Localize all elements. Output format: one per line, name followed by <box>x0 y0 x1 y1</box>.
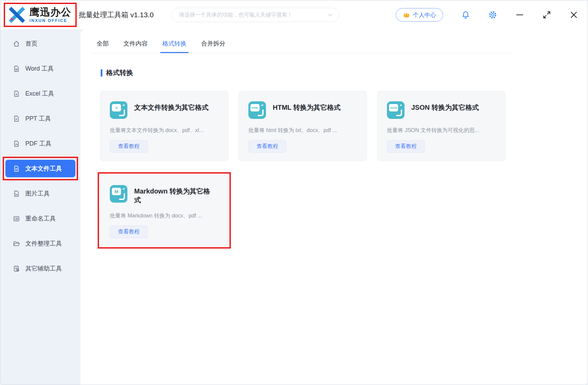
svg-text:X: X <box>16 93 18 96</box>
tab[interactable]: 合并拆分 <box>201 40 225 53</box>
sidebar-item-icon <box>13 265 20 272</box>
main-panel: 全部 文件内容 格式转换 合并拆分 格式转换 <box>80 29 588 385</box>
card-description: 批量将文本文件转换为 docx、pdf、xl... <box>110 127 219 134</box>
minimize-button[interactable] <box>515 10 524 19</box>
sidebar-item-icon: X <box>13 90 20 97</box>
tab[interactable]: 文件内容 <box>123 40 148 53</box>
tool-card-wrap: M Markdown 转换为其它格式 批量将 Markdown 转换为 docx <box>100 175 228 247</box>
view-tutorial-button[interactable]: 查看教程 <box>387 140 425 153</box>
card-header: M Markdown 转换为其它格式 <box>110 185 219 204</box>
search-box[interactable] <box>171 8 339 22</box>
tab[interactable]: 全部 <box>97 40 109 53</box>
sidebar-item-label: PPT 工具 <box>25 114 51 123</box>
sidebar-item[interactable]: 其它辅助工具 <box>5 260 75 277</box>
close-icon <box>569 10 578 19</box>
convert-arrow-icon <box>261 104 264 107</box>
sidebar-item-icon: W <box>13 65 20 72</box>
settings-button[interactable] <box>488 10 497 19</box>
maximize-icon <box>542 10 551 19</box>
minimize-icon <box>515 10 524 19</box>
user-center-button[interactable]: 个人中心 <box>396 8 443 22</box>
sidebar-item-icon <box>13 165 20 172</box>
user-center-label: 个人中心 <box>413 11 436 19</box>
topbar: 鹰迅办公 INXUN OFFICE 批量处理工具箱 v1.13.0 个人中心 <box>0 0 588 29</box>
sidebar-item-label: Word 工具 <box>25 65 54 73</box>
tool-card-wrap: JSON JSON 转换为其它格式 批量将 JSON 文件转换为可视化的思... <box>377 91 506 161</box>
crown-icon <box>403 11 410 19</box>
sidebar-item-icon <box>13 215 20 222</box>
card-title: Markdown 转换为其它格式 <box>134 185 215 204</box>
card-description: 批量将 html 转换为 txt、docx、pdf ... <box>248 127 357 134</box>
card-description: 批量将 JSON 文件转换为可视化的思... <box>387 127 496 134</box>
tool-card[interactable]: JSON JSON 转换为其它格式 批量将 JSON 文件转换为可视化的思... <box>377 91 506 161</box>
section-title: 格式转换 <box>106 68 133 77</box>
sidebar-row: P PPT 工具 <box>5 110 75 127</box>
close-button[interactable] <box>569 10 578 19</box>
convert-hook-icon <box>396 109 403 117</box>
sidebar-item-label: 首页 <box>25 40 38 48</box>
notification-button[interactable] <box>461 10 470 19</box>
sidebar-item[interactable]: W Word 工具 <box>5 60 75 77</box>
convert-hook-icon <box>257 109 264 117</box>
sidebar-item-label: 图片工具 <box>25 189 50 198</box>
card-description: 批量将 Markdown 转换为 docx、pdf ... <box>110 212 219 220</box>
sidebar-row: 文件整理工具 <box>5 235 75 252</box>
sidebar-item[interactable]: PDF 工具 <box>5 135 75 152</box>
section-header: 格式转换 <box>101 68 588 77</box>
sidebar-item-label: 文本文件工具 <box>25 164 62 173</box>
sidebar-item-icon <box>13 140 20 147</box>
search-input[interactable] <box>179 12 327 18</box>
view-tutorial-button[interactable]: 查看教程 <box>248 140 286 153</box>
bell-icon <box>461 10 470 19</box>
sidebar-item[interactable]: X Excel 工具 <box>5 85 75 102</box>
chevron-down-icon[interactable] <box>327 11 334 18</box>
svg-text:P: P <box>16 118 17 121</box>
sidebar-row: X Excel 工具 <box>5 85 75 102</box>
convert-arrow-icon <box>399 104 402 107</box>
view-tutorial-button[interactable]: 查看教程 <box>110 140 148 153</box>
tool-card-wrap: ≡ 文本文件转换为其它格式 批量将文本文件转换为 docx、pdf、xl... <box>100 91 228 161</box>
sidebar-item[interactable]: 图片工具 <box>5 185 75 202</box>
sidebar-row: 图片工具 <box>5 185 75 202</box>
logo-name-en: INXUN OFFICE <box>29 19 71 23</box>
logo-name-cn: 鹰迅办公 <box>29 7 71 17</box>
sidebar-item[interactable]: P PPT 工具 <box>5 110 75 127</box>
sidebar-item-label: Excel 工具 <box>25 89 54 98</box>
tab[interactable]: 格式转换 <box>162 40 187 53</box>
sidebar-item-icon <box>13 190 20 197</box>
card-icon: ≡ <box>110 101 127 119</box>
sidebar-row: W Word 工具 <box>5 60 75 77</box>
x-logo-icon <box>8 6 26 24</box>
card-header: ≡ 文本文件转换为其它格式 <box>110 101 219 119</box>
sidebar-item[interactable]: 首页 <box>5 35 75 52</box>
convert-hook-icon <box>119 193 126 201</box>
view-tutorial-button[interactable]: 查看教程 <box>110 226 148 238</box>
sidebar-item-icon <box>13 240 20 247</box>
svg-text:W: W <box>15 68 18 71</box>
tab-bar: 全部 文件内容 格式转换 合并拆分 <box>92 29 510 53</box>
maximize-button[interactable] <box>542 10 551 19</box>
tab-label: 格式转换 <box>162 40 187 47</box>
sidebar-row: 文本文件工具 <box>5 160 75 177</box>
card-header: HTML HTML 转换为其它格式 <box>248 101 357 119</box>
card-icon: M <box>110 185 127 203</box>
card-icon: JSON <box>387 101 405 119</box>
sidebar: 首页 W Word 工具 X Excel 工具 <box>0 29 80 385</box>
sidebar-item-label: 重命名工具 <box>25 214 56 223</box>
sidebar-row: 首页 <box>5 35 75 52</box>
sidebar-item-label: 文件整理工具 <box>25 239 62 248</box>
sidebar-item[interactable]: 文本文件工具 <box>5 160 75 177</box>
sidebar-item[interactable]: 重命名工具 <box>5 210 75 227</box>
convert-arrow-icon <box>122 187 125 190</box>
topbar-right-group: 个人中心 <box>396 8 578 22</box>
card-icon: HTML <box>248 101 266 119</box>
tool-card-grid: ≡ 文本文件转换为其它格式 批量将文本文件转换为 docx、pdf、xl... <box>100 91 588 247</box>
sidebar-item-icon <box>13 40 20 47</box>
sidebar-item[interactable]: 文件整理工具 <box>5 235 75 252</box>
tool-card[interactable]: M Markdown 转换为其它格式 批量将 Markdown 转换为 docx <box>100 175 228 247</box>
annotation-box-logo: 鹰迅办公 INXUN OFFICE <box>4 3 77 27</box>
tab-label: 全部 <box>97 40 109 47</box>
tool-card[interactable]: ≡ 文本文件转换为其它格式 批量将文本文件转换为 docx、pdf、xl... <box>100 91 228 161</box>
section-accent-bar <box>101 69 102 77</box>
tool-card[interactable]: HTML HTML 转换为其它格式 批量将 html 转换为 txt、docx、 <box>239 91 367 161</box>
